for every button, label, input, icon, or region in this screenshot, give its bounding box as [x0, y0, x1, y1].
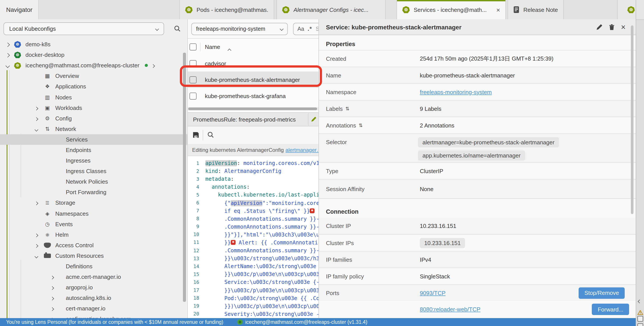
editor-search-icon[interactable] [207, 131, 214, 140]
sidebar-item-endpoints[interactable]: Endpoints [0, 145, 188, 155]
code-line[interactable]: 7 if eq .Status \"firing\" }} [188, 207, 318, 215]
sidebar-item-namespaces[interactable]: Namespaces [0, 208, 188, 219]
forward-button[interactable]: Forward... [592, 304, 629, 315]
sidebar-item-acme-cert-manager-io[interactable]: acme.cert-manager.io [0, 272, 188, 282]
pencil-icon[interactable] [596, 24, 603, 30]
row-checkbox[interactable] [190, 92, 196, 100]
stop-remove-button[interactable]: Stop/Remove [579, 287, 625, 298]
sidebar-item-argoproj-io[interactable]: argoproj.io [0, 282, 188, 293]
code-line[interactable]: 15 }}\u003c/p\u003e\n\u003cp\u003 [188, 270, 318, 278]
port-link[interactable]: 9093/TCP [420, 290, 446, 296]
code-line[interactable]: 19 }})\u003c/p\u003e\n\u003cp\u00 [188, 302, 318, 310]
row-session-affinity: Session Affinity None [319, 179, 636, 198]
match-case-icon[interactable]: Aa [298, 26, 304, 32]
sidebar-item-definitions[interactable]: Definitions [0, 261, 188, 272]
cluster-ip-chip[interactable]: 10.233.16.151 [420, 238, 465, 248]
search-box[interactable]: Aa .* Search [293, 23, 318, 35]
code-line[interactable]: 12 .CommonAnnotations.summary }}- [188, 246, 318, 254]
tab-alertmanager-configs[interactable]: Alertmanager Configs - icec... [276, 0, 386, 19]
sort-asc-icon[interactable] [228, 49, 232, 52]
sidebar-item-overview[interactable]: Overview [0, 71, 188, 82]
sidebar-item-configuration-konghq-com[interactable]: configuration.konghq.com [0, 314, 188, 318]
chevron-right-icon [50, 307, 54, 311]
code-line[interactable]: 10 }}"}],"html":"\u003ch3\u003e\u [188, 231, 318, 239]
kubeconfig-select[interactable]: Local Kubeconfigs [4, 22, 164, 35]
document-icon [513, 6, 520, 13]
active-cluster-label[interactable]: icecheng@mathmast.com@freeleaps-cluster … [245, 320, 368, 325]
close-tab-icon[interactable]: × [493, 6, 500, 14]
sidebar-item-custom-resources[interactable]: Custom Resources [0, 250, 188, 261]
tab-services[interactable]: Services - icecheng@math... × [396, 0, 506, 19]
overview-grid-icon [44, 73, 51, 79]
trash-icon[interactable] [609, 24, 615, 30]
sidebar-item-storage[interactable]: Storage [0, 198, 188, 208]
column-divider [200, 42, 200, 51]
sort-updown-icon[interactable]: ⇅ [346, 106, 350, 112]
sidebar-item-ingresses[interactable]: Ingresses [0, 155, 188, 166]
sidebar-item-network[interactable]: Network [0, 124, 188, 134]
code-line[interactable]: 4 annotations: [188, 183, 318, 191]
warning-triangle-icon [638, 310, 643, 315]
sidebar-item-applications[interactable]: Applications [0, 82, 188, 92]
tab-release-notes[interactable]: Release Notes [508, 0, 564, 19]
sidebar-item-cert-manager-io[interactable]: cert-manager.io [0, 304, 188, 314]
horizontal-scrollbar[interactable] [188, 107, 318, 110]
sidebar-item-config[interactable]: Config [0, 113, 188, 124]
sidebar-scrollbar[interactable] [183, 53, 186, 302]
sidebar-item-access-control[interactable]: Access Control [0, 240, 188, 250]
connection-heading: Connection [319, 198, 636, 218]
edit-resource-button[interactable] [308, 112, 318, 126]
code-line[interactable]: 11 }} Alert: {{ .CommonAnnotati [188, 239, 318, 246]
code-line[interactable]: 13 }}\u003c/strong\u003e\u003c/h3 [188, 254, 318, 262]
code-line[interactable]: 1apiVersion: monitoring.coreos.com/v1 [188, 159, 318, 167]
code-line[interactable]: 2kind: AlertmanagerConfig [188, 167, 318, 175]
code-line[interactable]: 20 Severity:\u003c/strong\u003e - [188, 310, 318, 318]
sidebar-item-nodes[interactable]: Nodes [0, 92, 188, 102]
select-all-checkbox[interactable] [190, 44, 196, 50]
alertmanagerconfig-link[interactable]: alertmanager… [286, 147, 318, 153]
sidebar-item-services[interactable]: Services [0, 134, 188, 145]
code-line[interactable]: 16 Service:\u003c/strong\u003e {- [188, 278, 318, 286]
sort-updown-icon[interactable]: ⇅ [359, 122, 362, 128]
table-row-partial[interactable]: kube-prometheus-stack-… [188, 104, 318, 107]
yaml-editor[interactable]: 1apiVersion: monitoring.coreos.com/v1 2k… [188, 156, 318, 318]
save-icon[interactable] [192, 131, 200, 140]
close-icon[interactable]: × [621, 23, 626, 31]
sidebar-item-autoscaling-k8s-io[interactable]: autoscaling.k8s.io [0, 293, 188, 304]
kubernetes-icon [14, 52, 21, 58]
sidebar-item-helm[interactable]: Helm [0, 229, 188, 240]
table-row-kube-prometheus-stack-grafana[interactable]: kube-prometheus-stack-grafana [188, 88, 318, 104]
selector-chip[interactable]: alertmanager=kube-prometheus-stack-alert… [418, 137, 559, 148]
sidebar-item-workloads[interactable]: Workloads [0, 102, 188, 113]
code-line[interactable]: 6 {"apiVersion":"monitoring.core [188, 199, 318, 207]
sidebar-item-network-policies[interactable]: Network Policies [0, 176, 188, 187]
search-icon[interactable] [174, 25, 181, 34]
drawer-scrollbar[interactable] [631, 26, 634, 214]
row-name: Name kube-prometheus-stack-alertmanager [319, 67, 636, 83]
namespace-link[interactable]: freeleaps-monitoring-system [420, 89, 492, 95]
sidebar-item-docker-desktop[interactable]: docker-desktop [0, 50, 188, 60]
chevron-right-icon[interactable] [151, 64, 155, 68]
code-line[interactable]: 8 .CommonAnnotations.summary }}- [188, 215, 318, 223]
prometheusrule-dock-tab[interactable]: PrometheusRule: freepeals-prod-metrics [188, 112, 318, 126]
code-line[interactable]: 3metadata: [188, 175, 318, 183]
code-line[interactable]: 17 }}\u003c/p\u003e\n\u003cp\u003 [188, 286, 318, 294]
sidebar-item-ingress-classes[interactable]: Ingress Classes [0, 166, 188, 176]
code-line[interactable]: 18 Pod:\u003c/strong\u003e {{ .Co [188, 294, 318, 302]
selector-chip[interactable]: app.kubernetes.io/name=alertmanager [418, 150, 525, 160]
sidebar-item-freeleaps-cluster[interactable]: icecheng@mathmast.com@freeleaps-cluster [0, 60, 188, 71]
sidebar-item-demo-k8s[interactable]: demo-k8s [0, 39, 188, 50]
code-line[interactable]: 14 AlertName:\u003c/strong\u003e [188, 262, 318, 270]
port-link[interactable]: 8080:reloader-web/TCP [420, 306, 480, 312]
regex-icon[interactable]: .* [308, 26, 312, 32]
code-line[interactable]: 9 .CommonAnnotations.summary }}- [188, 223, 318, 231]
search-input[interactable]: Search [316, 26, 318, 32]
name-column-header[interactable]: Name [205, 44, 220, 50]
code-line[interactable]: 5 kubectl.kubernetes.io/last-appli [188, 191, 318, 199]
scrollbar-thumb[interactable] [188, 108, 317, 110]
sidebar-item-port-forwarding[interactable]: Port Forwarding [0, 187, 188, 198]
namespace-select[interactable]: freeleaps-monitoring-system [191, 23, 288, 35]
tab-pods[interactable]: Pods - icecheng@mathmas... [180, 0, 274, 19]
sidebar-item-events[interactable]: Events [0, 219, 188, 229]
chevron-left-icon[interactable] [638, 300, 642, 304]
